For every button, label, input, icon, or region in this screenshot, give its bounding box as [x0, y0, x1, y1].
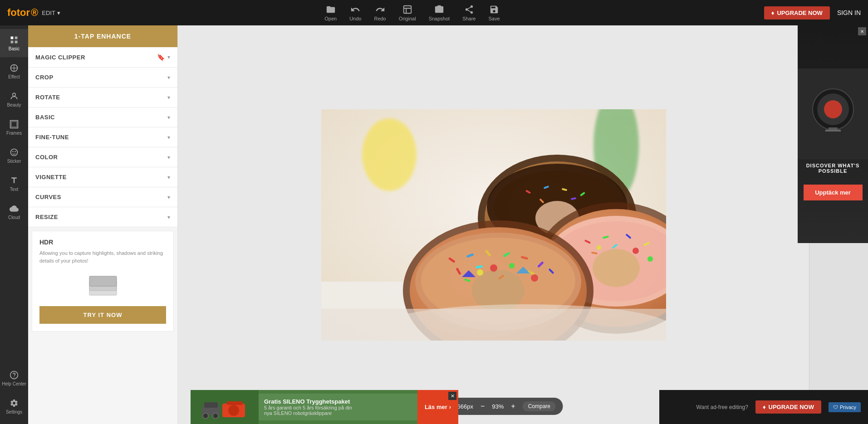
snapshot-button[interactable]: Snapshot	[429, 5, 450, 21]
enhance-label: 1-TAP ENHANCE	[74, 33, 131, 40]
svg-point-45	[597, 245, 601, 250]
chevron-icon: ▾	[167, 134, 170, 141]
sidebar-effect-label: Effect	[8, 74, 20, 79]
svg-rect-2	[15, 36, 18, 39]
compare-label: Compare	[528, 403, 550, 409]
svg-point-89	[228, 405, 239, 416]
magic-clipper-label: MAGIC CLIPPER	[35, 54, 85, 61]
sign-in-button[interactable]: SIGN IN	[837, 9, 861, 16]
sidebar-item-help[interactable]: Help Center	[0, 364, 28, 392]
tool-rotate[interactable]: ROTATE ▾	[28, 88, 177, 107]
fine-tune-label: FINE-TUNE	[35, 134, 69, 141]
weber-ad-close-button[interactable]: ✕	[858, 27, 866, 35]
chevron-icon: ▾	[167, 194, 170, 200]
tool-crop[interactable]: CROP ▾	[28, 68, 177, 88]
ad-cta-button[interactable]: Läs mer ›	[421, 400, 455, 414]
svg-point-81	[824, 100, 842, 118]
edit-label: EDIT	[42, 10, 55, 16]
original-label: Original	[399, 16, 416, 21]
zoom-in-button[interactable]: +	[509, 402, 517, 410]
share-button[interactable]: Share	[462, 5, 476, 21]
ad-desc1: 5 års garanti och 5 års försäkring på di…	[264, 405, 412, 410]
svg-rect-90	[227, 401, 243, 405]
svg-rect-71	[321, 309, 666, 341]
open-button[interactable]: Open	[324, 5, 337, 21]
privacy-button[interactable]: 🛡 Privacy	[829, 402, 861, 412]
share-label: Share	[462, 16, 476, 21]
upgrade-now-button-top[interactable]: ♦ UPGRADE NOW	[764, 6, 830, 19]
sidebar-sticker-label: Sticker	[7, 159, 21, 164]
ad-desc2: nya SILENO robotgräsklippare	[264, 410, 412, 416]
svg-point-44	[633, 248, 639, 254]
tool-fine-tune[interactable]: FINE-TUNE ▾	[28, 127, 177, 147]
sidebar-item-effect[interactable]: Effect	[0, 57, 28, 85]
curves-label: CURVES	[35, 194, 61, 200]
chevron-icon: ▾	[167, 114, 170, 121]
svg-point-10	[12, 151, 14, 152]
svg-point-9	[11, 149, 18, 156]
ad-close-button[interactable]: ✕	[448, 392, 456, 400]
hdr-icon	[39, 272, 166, 299]
rotate-right: ▾	[167, 94, 170, 101]
svg-rect-85	[204, 402, 218, 408]
sidebar-item-settings[interactable]: Settings	[0, 392, 28, 420]
color-right: ▾	[167, 154, 170, 161]
upgrade-now-button-bottom[interactable]: ♦ UPGRADE NOW	[755, 400, 821, 414]
privacy-label: Privacy	[840, 405, 856, 410]
icon-sidebar-bottom: Help Center Settings	[0, 364, 28, 420]
canvas-area: 1000px × 666px − 93% + Compare	[178, 25, 809, 424]
sidebar-item-text[interactable]: Text	[0, 170, 28, 198]
sidebar-item-basic[interactable]: Basic	[0, 29, 28, 57]
sidebar-item-cloud[interactable]: Cloud	[0, 198, 28, 226]
sidebar-text-label: Text	[10, 187, 18, 192]
magic-clipper-right: 🔖 ▾	[157, 54, 170, 61]
save-button[interactable]: Save	[488, 5, 500, 21]
tool-vignette[interactable]: VIGNETTE ▾	[28, 167, 177, 187]
arrow-right-icon: ›	[449, 404, 451, 410]
svg-point-6	[13, 93, 16, 96]
chevron-down-icon: ▾	[57, 10, 60, 16]
sidebar-item-sticker[interactable]: Sticker	[0, 141, 28, 170]
tool-color[interactable]: COLOR ▾	[28, 147, 177, 167]
original-button[interactable]: Original	[399, 5, 416, 21]
hdr-try-label: TRY IT NOW	[83, 312, 123, 318]
weber-cta-button[interactable]: Upptäck mer	[804, 185, 863, 200]
diamond-icon: ♦	[771, 10, 775, 16]
svg-rect-1	[11, 36, 14, 39]
tool-magic-clipper[interactable]: MAGIC CLIPPER 🔖 ▾	[28, 47, 177, 68]
sidebar-basic-label: Basic	[9, 46, 20, 51]
compare-button[interactable]: Compare	[523, 401, 556, 411]
svg-point-65	[477, 269, 483, 276]
sidebar-item-frames[interactable]: Frames	[0, 113, 28, 141]
upgrade-label-bottom: UPGRADE NOW	[769, 404, 814, 410]
svg-point-11	[15, 151, 16, 152]
chevron-icon: ▾	[167, 174, 170, 180]
svg-rect-3	[11, 40, 14, 43]
tool-resize[interactable]: RESIZE ▾	[28, 207, 177, 227]
sidebar-item-beauty[interactable]: Beauty	[0, 85, 28, 113]
undo-button[interactable]: Undo	[349, 5, 361, 21]
color-label: COLOR	[35, 154, 58, 161]
diamond-icon-bottom: ♦	[763, 404, 766, 410]
chevron-icon: ▾	[167, 154, 170, 161]
weber-advertisement: ✕ DISCOVER WHAT'S POSSIBLE Upptäck mer	[798, 25, 868, 243]
upgrade-label-top: UPGRADE NOW	[777, 10, 822, 16]
zoom-out-button[interactable]: −	[479, 402, 486, 410]
zoom-level: 93%	[492, 403, 504, 410]
redo-button[interactable]: Redo	[374, 5, 386, 21]
logo-text: fotor	[7, 7, 30, 19]
crop-right: ▾	[167, 74, 170, 81]
svg-point-86	[203, 413, 208, 419]
tool-basic[interactable]: BASIC ▾	[28, 107, 177, 127]
hdr-try-button[interactable]: TRY IT NOW	[39, 306, 166, 324]
shield-icon: 🛡	[833, 405, 838, 410]
logo-dot: ®	[31, 7, 38, 19]
bookmark-icon: 🔖	[157, 54, 165, 61]
edit-button[interactable]: EDIT ▾	[42, 10, 60, 16]
svg-point-63	[490, 264, 497, 272]
photo-canvas	[321, 109, 666, 341]
tool-curves[interactable]: CURVES ▾	[28, 187, 177, 207]
svg-rect-4	[15, 40, 18, 43]
svg-rect-0	[403, 5, 411, 13]
one-tap-enhance-button[interactable]: 1-TAP ENHANCE	[28, 25, 177, 47]
